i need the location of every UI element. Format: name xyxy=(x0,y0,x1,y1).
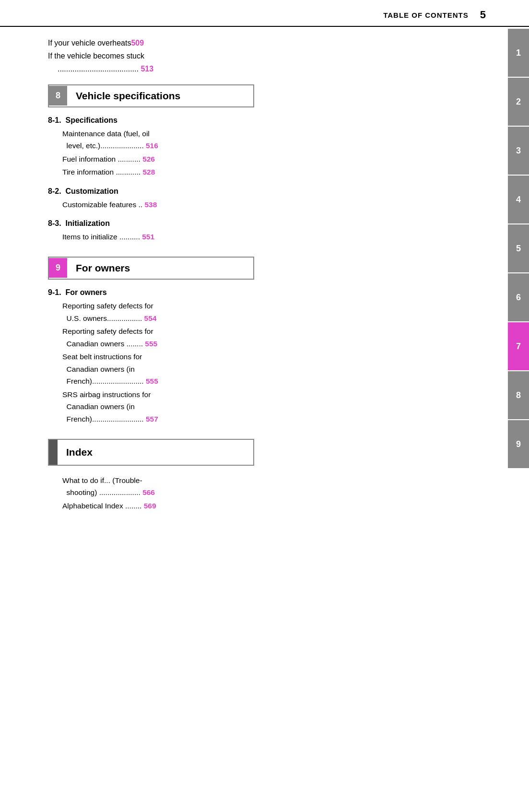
toc-entry-customizable: Customizable features .. 538 xyxy=(48,199,432,211)
intro-item-overheats: If your vehicle overheats509 xyxy=(48,36,432,49)
toc-entry-initialize: Items to initialize .......... 551 xyxy=(48,231,432,243)
header-page-number: 5 xyxy=(480,9,486,21)
sidebar-tab-9[interactable]: 9 xyxy=(508,420,529,468)
subsection-8-1-header: 8-1. Specifications xyxy=(48,116,432,125)
sidebar-tab-4[interactable]: 4 xyxy=(508,176,529,224)
toc-entry-seatbelt-canadian: Seat belt instructions for Canadian owne… xyxy=(48,351,432,388)
header-title: TABLE OF CONTENTS xyxy=(383,11,469,19)
section-8-number: 8 xyxy=(49,86,67,106)
toc-entry-maintenance: Maintenance data (fuel, oil level, etc.)… xyxy=(48,128,432,152)
sidebar-tab-5[interactable]: 5 xyxy=(508,224,529,272)
toc-entry-fuel-info: Fuel information ........... 526 xyxy=(48,153,432,165)
section-9-box: 9 For owners xyxy=(48,257,254,280)
sidebar-tab-7[interactable]: 7 xyxy=(508,322,529,370)
toc-entry-reporting-canadian: Reporting safety defects for Canadian ow… xyxy=(48,325,432,350)
page-header: TABLE OF CONTENTS 5 xyxy=(0,0,529,27)
section-9-number: 9 xyxy=(49,258,67,278)
sidebar-tab-1[interactable]: 1 xyxy=(508,29,529,77)
sidebar-tab-3[interactable]: 3 xyxy=(508,127,529,175)
section-9-title: For owners xyxy=(67,258,139,279)
intro-items: If your vehicle overheats509 If the vehi… xyxy=(48,36,432,76)
index-number-box xyxy=(49,440,58,465)
subsection-8-3-header: 8-3. Initialization xyxy=(48,219,432,228)
toc-entry-srs-canadian: SRS airbag instructions for Canadian own… xyxy=(48,388,432,425)
intro-item-stuck: If the vehicle becomes stuck ...........… xyxy=(48,49,432,75)
toc-entry-reporting-us: Reporting safety defects for U.S. owners… xyxy=(48,300,432,324)
sidebar-tabs: 1 2 3 4 5 6 7 8 9 xyxy=(508,29,529,469)
section-8-title: Vehicle specifications xyxy=(67,85,189,106)
toc-entry-tire-info: Tire information ............ 528 xyxy=(48,166,432,178)
toc-entry-alphabetical-index: Alphabetical Index ........ 569 xyxy=(48,500,432,512)
sidebar-tab-6[interactable]: 6 xyxy=(508,273,529,321)
index-box: Index xyxy=(48,439,254,466)
index-title: Index xyxy=(58,441,101,464)
subsection-9-1-header: 9-1. For owners xyxy=(48,288,432,297)
subsection-8-2-header: 8-2. Customization xyxy=(48,187,432,196)
main-content: If your vehicle overheats509 If the vehi… xyxy=(0,27,470,532)
toc-entry-troubleshooting: What to do if... (Trouble- shooting) ...… xyxy=(48,474,432,499)
section-8-box: 8 Vehicle specifications xyxy=(48,84,254,107)
sidebar-tab-8[interactable]: 8 xyxy=(508,371,529,419)
sidebar-tab-2[interactable]: 2 xyxy=(508,78,529,126)
